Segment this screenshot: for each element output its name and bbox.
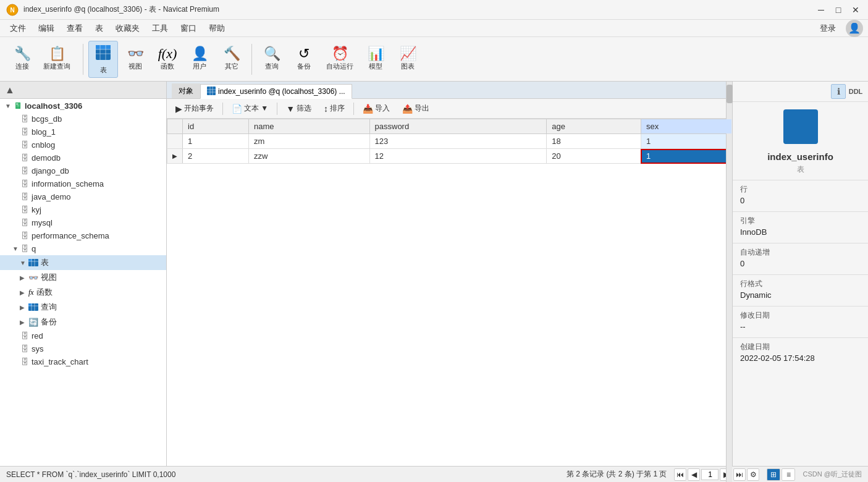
- menu-edit[interactable]: 编辑: [33, 22, 59, 35]
- nav-first[interactable]: ⏮: [674, 468, 686, 481]
- filter-button[interactable]: ▼ 筛选: [282, 102, 315, 115]
- user-avatar[interactable]: 👤: [846, 20, 863, 37]
- cell-age-2[interactable]: 20: [547, 149, 641, 164]
- function-button[interactable]: f(x) 函数: [153, 44, 182, 74]
- form-view-button[interactable]: ≡: [782, 468, 795, 481]
- cell-name-1[interactable]: zm: [249, 134, 369, 149]
- menu-window[interactable]: 窗口: [175, 22, 201, 35]
- sidebar-item-q[interactable]: ▼ 🗄 q: [0, 242, 166, 255]
- sidebar-item-performance-schema[interactable]: 🗄 performance_schema: [0, 229, 166, 242]
- other-icon: 🔨: [224, 47, 240, 61]
- sidebar-item-functions[interactable]: ▶ fx 函数: [0, 285, 166, 300]
- sidebar-item-blog1[interactable]: 🗄 blog_1: [0, 125, 166, 138]
- grid-view-button[interactable]: ⊞: [767, 468, 780, 481]
- minimize-button[interactable]: ─: [815, 4, 827, 16]
- db-icon: 🗄: [21, 166, 29, 175]
- text-icon: 📄: [232, 104, 242, 114]
- autorun-button[interactable]: ⏰ 自动运行: [321, 44, 358, 74]
- nav-refresh[interactable]: ⚙: [747, 468, 759, 481]
- cell-password-1[interactable]: 123: [369, 134, 547, 149]
- db-icon: 🗄: [21, 192, 29, 201]
- cell-name-2[interactable]: zzw: [249, 149, 369, 164]
- information-schema-label: information_schema: [32, 179, 104, 188]
- menu-favorites[interactable]: 收藏夹: [111, 22, 145, 35]
- sidebar-item-information-schema[interactable]: 🗄 information_schema: [0, 177, 166, 190]
- table-button[interactable]: 表: [88, 41, 118, 78]
- cell-password-2[interactable]: 12: [369, 149, 547, 164]
- cell-id-1[interactable]: 1: [183, 134, 249, 149]
- connect-button[interactable]: 🔧 连接: [7, 44, 37, 74]
- sidebar-item-cnblog[interactable]: 🗄 cnblog: [0, 138, 166, 151]
- scrollbar-thumb[interactable]: [732, 85, 733, 103]
- col-header-id[interactable]: id: [183, 119, 249, 134]
- view-button[interactable]: 👓 视图: [120, 44, 150, 74]
- tab-objects[interactable]: 对象: [172, 83, 200, 98]
- user-icon: 👤: [192, 47, 208, 61]
- menu-view[interactable]: 查看: [62, 22, 88, 35]
- sidebar-item-queries[interactable]: ▶ 查询: [0, 300, 166, 315]
- sidebar-item-sys[interactable]: 🗄 sys: [0, 342, 166, 355]
- sidebar-item-localhost[interactable]: ▼ 🖥 localhost_3306: [0, 99, 166, 112]
- autorun-label: 自动运行: [326, 62, 353, 71]
- sidebar-item-tables[interactable]: ▼ 表: [0, 255, 166, 270]
- ddl-button[interactable]: DDL: [848, 84, 863, 99]
- server-icon: 🖥: [14, 101, 22, 111]
- sidebar-item-kyj[interactable]: 🗄 kyj: [0, 203, 166, 216]
- menu-tools[interactable]: 工具: [147, 22, 173, 35]
- db-icon: 🗄: [21, 205, 29, 214]
- status-sql: SELECT * FROM `q`.`index_userinfo` LIMIT…: [6, 470, 567, 479]
- property-label-rowformat: 行格式: [740, 279, 861, 289]
- col-header-sex[interactable]: sex: [641, 119, 731, 134]
- chart-button[interactable]: 📈 图表: [393, 44, 423, 74]
- property-value-autoincrement: 0: [740, 259, 861, 268]
- other-button[interactable]: 🔨 其它: [217, 44, 246, 74]
- sidebar-item-bcgs-db[interactable]: 🗄 bcgs_db: [0, 112, 166, 125]
- sidebar-item-red[interactable]: 🗄 red: [0, 329, 166, 342]
- query-button[interactable]: 🔍 查询: [257, 44, 287, 74]
- col-header-password[interactable]: password: [369, 119, 547, 134]
- table-icon-large: [783, 109, 818, 144]
- sidebar-item-demodb[interactable]: 🗄 demodb: [0, 151, 166, 164]
- java-demo-label: java_demo: [32, 192, 71, 201]
- sidebar-item-views[interactable]: ▶ 👓 视图: [0, 270, 166, 285]
- page-number-input[interactable]: [701, 469, 718, 480]
- sidebar-scroll-up[interactable]: ▲: [5, 85, 15, 96]
- sidebar-item-backup[interactable]: ▶ 🔄 备份: [0, 315, 166, 329]
- col-header-age[interactable]: age: [547, 119, 641, 134]
- user-button[interactable]: 👤 用户: [185, 44, 214, 74]
- expand-arrow-views: ▶: [20, 274, 26, 281]
- nav-prev[interactable]: ◀: [688, 468, 700, 481]
- import-button[interactable]: 📥 导入: [359, 102, 394, 115]
- model-button[interactable]: 📊 模型: [361, 44, 390, 74]
- cell-id-2[interactable]: 2: [183, 149, 249, 164]
- sidebar-item-django-db[interactable]: 🗄 django_db: [0, 164, 166, 177]
- col-header-name[interactable]: name: [249, 119, 369, 134]
- export-button[interactable]: 📤 导出: [398, 102, 433, 115]
- close-button[interactable]: ✕: [849, 4, 862, 16]
- property-engine-section: 引擎 InnoDB: [733, 211, 868, 243]
- text-label: 文本 ▼: [244, 103, 268, 114]
- begin-transaction-button[interactable]: ▶ 开始事务: [172, 102, 217, 115]
- sidebar-item-taxi-track-chart[interactable]: 🗄 taxi_track_chart: [0, 355, 166, 368]
- expand-arrow-queries: ▶: [20, 304, 26, 311]
- chart-icon: 📈: [400, 47, 416, 61]
- cell-sex-2-selected[interactable]: 1: [641, 149, 731, 164]
- menu-help[interactable]: 帮助: [204, 22, 230, 35]
- menu-file[interactable]: 文件: [5, 22, 31, 35]
- restore-button[interactable]: □: [832, 4, 845, 16]
- sidebar-item-java-demo[interactable]: 🗄 java_demo: [0, 190, 166, 203]
- filter-icon: ▼: [286, 104, 295, 114]
- text-button[interactable]: 📄 文本 ▼: [228, 102, 272, 115]
- new-query-button[interactable]: 📋 新建查询: [38, 44, 75, 74]
- nav-last[interactable]: ⏭: [733, 468, 746, 481]
- backup-button[interactable]: ↺ 备份: [289, 44, 319, 74]
- tab-table[interactable]: index_userinfo @q (localhost_3306) ...: [200, 84, 352, 99]
- login-button[interactable]: 登录: [815, 22, 841, 35]
- sidebar-item-mysql[interactable]: 🗄 mysql: [0, 216, 166, 229]
- cell-age-1[interactable]: 18: [547, 134, 641, 149]
- tab-bar: 对象 index_userinfo @q (localhost_3306) ..…: [167, 82, 732, 99]
- cell-sex-1[interactable]: 1: [641, 134, 731, 149]
- menu-table[interactable]: 表: [90, 22, 108, 35]
- info-button[interactable]: ℹ: [831, 84, 846, 99]
- sort-button[interactable]: ↕ 排序: [320, 102, 348, 115]
